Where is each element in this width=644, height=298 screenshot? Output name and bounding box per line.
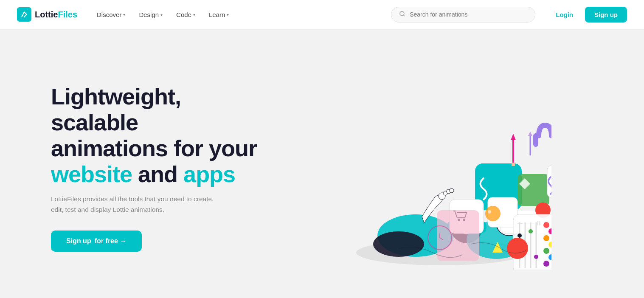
search-icon bbox=[399, 11, 405, 19]
svg-point-62 bbox=[543, 222, 549, 228]
logo-icon bbox=[17, 7, 31, 22]
hero-illustration bbox=[272, 62, 610, 274]
svg-point-0 bbox=[400, 11, 404, 15]
search-bar bbox=[391, 7, 535, 22]
nav-item-code[interactable]: Code ▾ bbox=[170, 8, 201, 22]
chevron-down-icon: ▾ bbox=[193, 12, 195, 17]
hero-text: Lightweight, scalable animations for you… bbox=[51, 84, 272, 252]
svg-point-8 bbox=[450, 188, 454, 193]
svg-rect-36 bbox=[512, 163, 515, 166]
svg-rect-49 bbox=[437, 210, 479, 261]
hero-cta-button[interactable]: Sign up for free → bbox=[51, 231, 142, 252]
logo[interactable]: LottieFiles bbox=[17, 7, 77, 22]
hero-title: Lightweight, scalable animations for you… bbox=[51, 84, 272, 187]
svg-point-68 bbox=[543, 261, 549, 267]
search-input[interactable] bbox=[410, 11, 527, 18]
svg-point-66 bbox=[543, 248, 549, 254]
nav-item-learn[interactable]: Learn ▾ bbox=[203, 8, 235, 22]
svg-line-1 bbox=[404, 15, 405, 16]
svg-point-4 bbox=[373, 231, 424, 257]
nav-item-design[interactable]: Design ▾ bbox=[133, 8, 169, 22]
navbar: LottieFiles Discover ▾ Design ▾ Code ▾ L… bbox=[0, 0, 644, 29]
chevron-down-icon: ▾ bbox=[227, 12, 229, 17]
hero-section: Lightweight, scalable animations for you… bbox=[0, 29, 644, 298]
signup-button[interactable]: Sign up bbox=[585, 7, 627, 22]
svg-rect-31 bbox=[517, 174, 549, 206]
nav-item-discover[interactable]: Discover ▾ bbox=[91, 8, 131, 22]
svg-point-70 bbox=[507, 238, 528, 259]
hero-illustration-svg bbox=[331, 66, 551, 270]
login-button[interactable]: Login bbox=[549, 8, 580, 22]
nav-links: Discover ▾ Design ▾ Code ▾ Learn ▾ bbox=[91, 8, 382, 22]
svg-point-61 bbox=[534, 255, 538, 259]
chevron-down-icon: ▾ bbox=[123, 12, 125, 17]
svg-point-64 bbox=[543, 235, 549, 241]
chevron-down-icon: ▾ bbox=[160, 12, 163, 17]
nav-auth: Login Sign up bbox=[549, 7, 627, 22]
svg-point-48 bbox=[488, 210, 491, 214]
svg-point-59 bbox=[529, 229, 533, 233]
logo-text: LottieFiles bbox=[35, 10, 77, 20]
svg-marker-40 bbox=[528, 132, 532, 136]
svg-marker-35 bbox=[511, 134, 516, 140]
svg-point-55 bbox=[517, 233, 522, 238]
hero-subtitle: LottieFiles provides all the tools that … bbox=[51, 194, 221, 215]
svg-point-47 bbox=[485, 206, 501, 221]
